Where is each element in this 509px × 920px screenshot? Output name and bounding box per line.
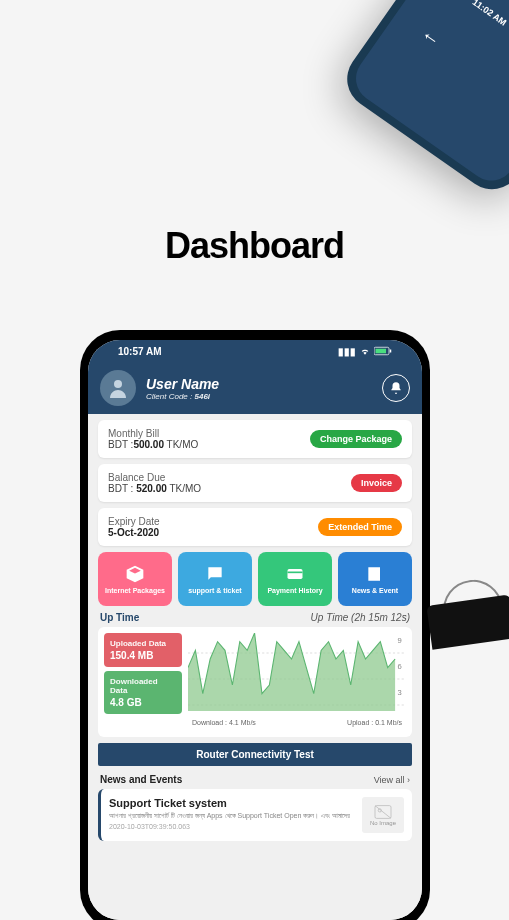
download-speed: Download : 4.1 Mb/s — [192, 719, 256, 726]
app-header: User Name Client Code : 546i — [88, 362, 422, 414]
page-title: Dashboard — [0, 225, 509, 267]
uptime-label: Up Time — [100, 612, 139, 623]
chat-icon — [205, 564, 225, 584]
status-bar: 10:57 AM ▮▮▮ — [88, 340, 422, 362]
tile-news-event[interactable]: News & Event — [338, 552, 412, 606]
change-package-button[interactable]: Change Package — [310, 430, 402, 448]
user-name: User Name — [146, 376, 219, 392]
upload-speed: Upload : 0.1 Mb/s — [347, 719, 402, 726]
svg-point-3 — [114, 380, 122, 388]
downloaded-data-box: Downloaded Data 4.8 GB — [104, 671, 182, 714]
expiry-card: Expiry Date 5-Oct-2020 Extended Time — [98, 508, 412, 546]
status-time: 10:57 AM — [118, 346, 162, 357]
bell-icon — [389, 381, 403, 395]
card-icon — [285, 564, 305, 584]
news-item-body: আপনার প্রয়োজনীয় সাপোর্ট টি নেওয়ার জন্… — [109, 811, 354, 820]
invoice-button[interactable]: Invoice — [351, 474, 402, 492]
uploaded-data-box: Uploaded Data 150.4 MB — [104, 633, 182, 667]
binder-clip-decor — [429, 600, 509, 660]
uptime-chart: 9 6 3 — [188, 633, 406, 713]
uptime-chart-card: Uploaded Data 150.4 MB Downloaded Data 4… — [98, 627, 412, 737]
no-image-icon — [373, 804, 393, 820]
battery-icon — [374, 346, 392, 356]
news-header-title: News and Events — [100, 774, 182, 785]
monthly-bill-card: Monthly Bill BDT :500.00 TK/MO Change Pa… — [98, 420, 412, 458]
back-arrow-icon: ← — [416, 22, 446, 52]
balance-label: Balance Due — [108, 472, 201, 483]
signal-icon: ▮▮▮ — [338, 346, 356, 357]
svg-text:3: 3 — [397, 688, 401, 697]
svg-rect-4 — [288, 569, 303, 579]
client-code: Client Code : 546i — [146, 392, 219, 401]
news-item-title: Support Ticket system — [109, 797, 354, 809]
svg-text:9: 9 — [397, 636, 401, 645]
uptime-value: Up Time (2h 15m 12s) — [311, 612, 410, 623]
extended-time-button[interactable]: Extended Time — [318, 518, 402, 536]
balance-due-card: Balance Due BDT : 520.00 TK/MO Invoice — [98, 464, 412, 502]
news-icon — [365, 564, 385, 584]
news-item-date: 2020-10-03T09:39:50.063 — [109, 823, 354, 830]
svg-rect-1 — [376, 349, 387, 354]
bill-label: Monthly Bill — [108, 428, 198, 439]
phone-mock: 10:57 AM ▮▮▮ User Name Client Code : 546… — [80, 330, 430, 920]
svg-rect-2 — [390, 350, 392, 353]
svg-text:6: 6 — [397, 662, 401, 671]
expiry-label: Expiry Date — [108, 516, 160, 527]
tile-payment-history[interactable]: Payment History — [258, 552, 332, 606]
svg-marker-12 — [188, 633, 395, 711]
package-icon — [125, 564, 145, 584]
svg-rect-5 — [288, 571, 303, 573]
news-item-image-placeholder: No Image — [362, 797, 404, 833]
tile-internet-packages[interactable]: Internet Packages — [98, 552, 172, 606]
news-viewall-link[interactable]: View all › — [374, 775, 410, 785]
router-connectivity-button[interactable]: Router Connectivity Test — [98, 743, 412, 766]
avatar[interactable] — [100, 370, 136, 406]
phone2-time: 11:02 AM — [470, 0, 508, 28]
wifi-icon — [360, 346, 370, 356]
secondary-phone-mock: 11:02 AM ← — [335, 0, 509, 201]
notification-button[interactable] — [382, 374, 410, 402]
news-item[interactable]: Support Ticket system আপনার প্রয়োজনীয় … — [98, 789, 412, 841]
tile-support-ticket[interactable]: support & ticket — [178, 552, 252, 606]
